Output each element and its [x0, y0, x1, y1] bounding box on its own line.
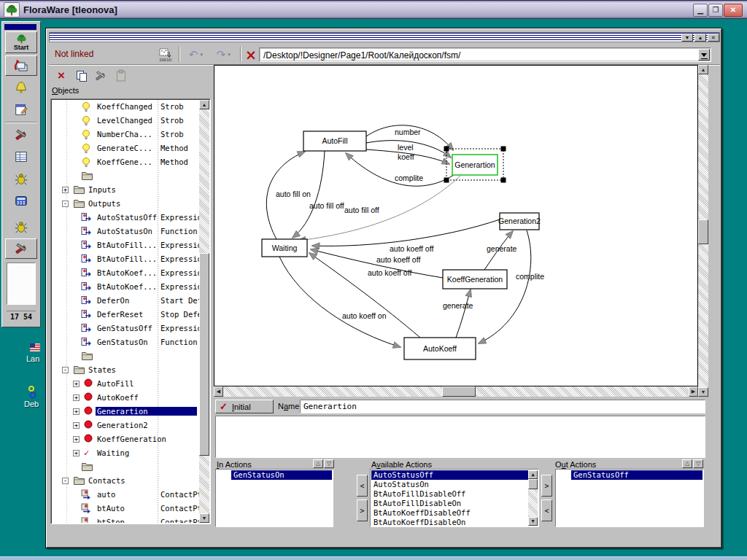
- tree-row[interactable]: GenerateC...Method: [52, 141, 199, 155]
- tree-row[interactable]: KoeffGene...Method: [52, 155, 199, 169]
- path-combobox[interactable]: /Desktop/!Designer/Page1/Root/Калейдоско…: [259, 47, 711, 62]
- expand-icon[interactable]: +: [62, 187, 69, 193]
- tree-row[interactable]: +KoeffGeneration: [52, 432, 199, 446]
- unlink-button[interactable]: ×: [243, 46, 259, 63]
- in-actions-move-up-button[interactable]: △: [313, 459, 323, 468]
- scroll-up-icon[interactable]: ▲: [528, 470, 538, 479]
- out-actions-move-down-button[interactable]: ▽: [693, 459, 703, 468]
- tree-row[interactable]: [52, 169, 199, 183]
- close-button[interactable]: ✕: [724, 4, 743, 17]
- collapse-icon[interactable]: -: [62, 478, 69, 484]
- desktop-label-language[interactable]: Lan: [26, 354, 39, 363]
- paste-button[interactable]: [113, 68, 129, 83]
- available-actions-scrollbar[interactable]: ▲ ▼: [528, 470, 538, 526]
- tree-item-label[interactable]: GenStatusOff: [96, 324, 154, 332]
- tree-item-label[interactable]: AutoStatusOn: [96, 227, 154, 236]
- tree-item-label[interactable]: States: [87, 365, 117, 374]
- in-actions-list[interactable]: GenStatusOn: [215, 469, 333, 527]
- tree-row[interactable]: [52, 349, 199, 363]
- selection-handle[interactable]: [444, 178, 449, 183]
- tree-item-label[interactable]: btAuto: [96, 504, 126, 513]
- inner-close-button[interactable]: ✕: [708, 34, 719, 42]
- list-item[interactable]: BtAutoKoeffDisableOn: [371, 518, 528, 526]
- tree-row[interactable]: BtAutoKoef...Expressio: [52, 280, 199, 294]
- tree-row[interactable]: autoContactPt: [52, 488, 199, 502]
- taskbar-edge[interactable]: [0, 556, 747, 560]
- delete-object-button[interactable]: ×: [53, 68, 69, 83]
- start-button[interactable]: Start: [5, 31, 37, 53]
- tree-row[interactable]: DeferResetStop Defe: [52, 308, 199, 322]
- tree-row[interactable]: NumberCha...Strob: [52, 128, 199, 141]
- list-item[interactable]: AutoStatusOff: [371, 470, 528, 480]
- transition-edge[interactable]: [309, 253, 420, 338]
- canvas-vscroll-thumb[interactable]: [698, 219, 708, 244]
- undo-dropdown-icon[interactable]: ▼: [199, 52, 204, 57]
- tree-scroll-thumb[interactable]: [199, 253, 209, 456]
- tree-row[interactable]: GenStatusOffExpressio: [52, 322, 199, 335]
- notes-button[interactable]: [5, 99, 37, 120]
- list-item[interactable]: AutoStatusOn: [371, 480, 528, 489]
- tree-row[interactable]: [52, 460, 199, 474]
- expand-icon[interactable]: +: [73, 381, 80, 387]
- minimize-button[interactable]: ▁: [693, 4, 708, 17]
- tree-row[interactable]: +✓Waiting: [52, 446, 199, 460]
- tree-row[interactable]: BtAutoFill...Expressio: [52, 238, 199, 252]
- scroll-down-icon[interactable]: ▼: [199, 513, 209, 523]
- tree-row[interactable]: DeferOnStart Def: [52, 294, 199, 308]
- tree-item-label[interactable]: AutoKoeff: [96, 393, 140, 402]
- tree-item-label[interactable]: auto: [96, 490, 117, 499]
- scroll-up-icon[interactable]: ▲: [698, 65, 708, 74]
- expand-icon[interactable]: +: [73, 394, 80, 401]
- tree-row[interactable]: -Outputs: [52, 197, 199, 211]
- tree-row[interactable]: -Contacts: [52, 474, 199, 488]
- initial-toggle[interactable]: ✓ Initial: [215, 400, 274, 413]
- expand-icon[interactable]: +: [73, 422, 80, 429]
- tree-item-label[interactable]: AutoFill: [96, 379, 136, 388]
- tools-button[interactable]: [5, 125, 37, 145]
- tree-item-label[interactable]: Contacts: [87, 476, 127, 485]
- scroll-right-icon[interactable]: ▶: [689, 386, 698, 397]
- out-actions-list[interactable]: GenStatusOff: [555, 469, 704, 527]
- roll-up-button[interactable]: ▲: [694, 34, 706, 42]
- expand-icon[interactable]: +: [73, 436, 80, 443]
- fsm-canvas[interactable]: AutoFillGenerartionGeneration2WaitingKoe…: [214, 65, 698, 386]
- tree-item-label[interactable]: Generartion: [96, 407, 197, 416]
- tree-item-label[interactable]: DeferOn: [96, 296, 131, 305]
- tree-item-label[interactable]: AutoStatusOff: [96, 213, 158, 222]
- tree-row[interactable]: AutoStatusOnFunction: [52, 225, 199, 238]
- tree-item-label[interactable]: BtAutoFill...: [96, 254, 158, 263]
- tree-item-label[interactable]: BtAutoFill...: [96, 241, 158, 249]
- tree-row[interactable]: +Generation2: [52, 419, 199, 432]
- copy-button[interactable]: [74, 68, 90, 83]
- desktop-label-debug[interactable]: Deb: [24, 400, 39, 408]
- alarm-button[interactable]: [5, 77, 37, 98]
- list-item[interactable]: BtAutoFillDisableOn: [371, 499, 528, 508]
- tree-item-label[interactable]: BtAutoKoef...: [96, 282, 158, 291]
- windows-stack-button[interactable]: [5, 55, 37, 76]
- canvas-hscrollbar[interactable]: ◀ ▶: [214, 386, 698, 397]
- binary-view-button[interactable]: 100101: [155, 46, 174, 63]
- tree-item-label[interactable]: Generation2: [96, 421, 150, 429]
- collapse-icon[interactable]: -: [62, 201, 69, 207]
- selection-handle[interactable]: [501, 147, 506, 152]
- redo-dropdown-icon[interactable]: ▼: [227, 52, 231, 57]
- scroll-up-icon[interactable]: ▲: [199, 100, 209, 109]
- transition-edge[interactable]: [312, 219, 500, 246]
- tree-scrollbar[interactable]: ▲ ▼: [199, 100, 209, 523]
- list-item[interactable]: GenStatusOff: [571, 470, 703, 480]
- canvas-vscrollbar[interactable]: ▲ ▼: [698, 65, 708, 397]
- list-item[interactable]: GenStatusOn: [231, 470, 332, 480]
- path-value[interactable]: /Desktop/!Designer/Page1/Root/Калейдоско…: [260, 49, 698, 61]
- tree-item-label[interactable]: GenStatusOn: [96, 338, 150, 346]
- scroll-down-icon[interactable]: ▼: [698, 387, 708, 397]
- scroll-down-icon[interactable]: ▼: [528, 517, 538, 526]
- canvas-hscroll-thumb[interactable]: [442, 386, 476, 397]
- tree-item-label[interactable]: Waiting: [96, 448, 131, 457]
- debug-bug-button-2[interactable]: [5, 217, 37, 237]
- list-item[interactable]: BtAutoFillDisableOff: [371, 489, 528, 499]
- tree-item-label[interactable]: KoeffGene...: [96, 158, 154, 166]
- undo-button[interactable]: ↶▼: [185, 46, 208, 63]
- in-actions-move-down-button[interactable]: ▽: [324, 459, 334, 468]
- tree-row[interactable]: +AutoKoeff: [52, 391, 199, 405]
- tree-row[interactable]: btStopContactPt: [52, 516, 199, 523]
